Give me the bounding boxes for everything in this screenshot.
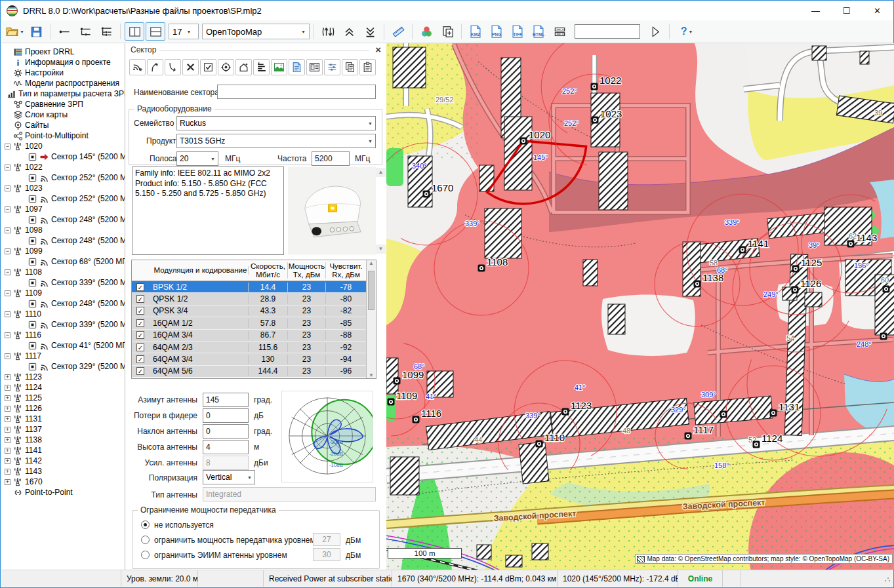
export-kmz-button[interactable]: KMZ (466, 22, 485, 41)
export-png-button[interactable]: PNG (487, 22, 506, 41)
sidebar-item-project[interactable]: Проект DRRL (1, 47, 125, 57)
export-up-button[interactable] (339, 22, 359, 41)
sidebar-site-1020[interactable]: −1020 (1, 141, 125, 151)
sidebar-site-1097[interactable]: −1097 (1, 204, 125, 214)
rotate-right-button[interactable] (165, 59, 181, 75)
table-row[interactable]: ✓QPSK 1/228.923-80 (132, 293, 366, 305)
sidebar-site-1138[interactable]: +1138 (1, 435, 125, 445)
collapse-toggle[interactable]: − (5, 311, 10, 317)
panel-close-icon[interactable]: × (375, 44, 381, 55)
open-project-button[interactable]: ▼ (5, 22, 25, 41)
sidebar-site-1126[interactable]: +1126 (1, 403, 125, 414)
paste-button[interactable] (359, 59, 376, 75)
sidebar-site-1098[interactable]: −1098 (1, 225, 125, 235)
collapse-toggle[interactable]: − (5, 332, 10, 338)
delete-button[interactable] (182, 59, 199, 75)
maximize-button[interactable]: ☐ (831, 1, 862, 20)
scroll-down-icon[interactable]: ▼ (376, 245, 386, 254)
zoom-level-select[interactable]: 17▼ (169, 24, 199, 39)
export-tiff-button[interactable]: TIFF (508, 22, 527, 41)
table-row[interactable]: ✓64QAM 2/3115.623-92 (132, 342, 366, 353)
layout-horizontal-button[interactable] (146, 22, 165, 41)
collapse-toggle[interactable]: − (5, 165, 10, 170)
rotate-left-button[interactable] (147, 59, 163, 75)
row-checkbox[interactable]: ✓ (136, 355, 144, 363)
sidebar-item-pin[interactable]: Сайты (1, 120, 125, 130)
table-row[interactable]: ✓16QAM 3/486.723-88 (132, 330, 366, 342)
swap-panels-button[interactable] (318, 22, 338, 41)
antenna-field-input[interactable] (203, 424, 249, 439)
map-provider-select[interactable]: OpenTopoMap▼ (202, 24, 310, 39)
sidebar-sector-1023[interactable]: Сектор 252° (5200 МГц) (1, 193, 125, 204)
sidebar-site-1108[interactable]: −1108 (1, 267, 125, 277)
sidebar-site-1023[interactable]: −1023 (1, 183, 125, 193)
map-canvas[interactable]: 29/525862605448445239145°252°252°340°339… (386, 43, 894, 570)
collapse-toggle[interactable]: − (5, 248, 10, 254)
family-select[interactable]: Ruckus▼ (176, 116, 376, 130)
ruler-button[interactable] (388, 22, 408, 41)
expand-toggle[interactable]: + (5, 448, 10, 454)
sidebar-site-1142[interactable]: +1142 (1, 456, 125, 466)
sidebar-sector-1109[interactable]: Сектор 248° (5200 МГц) (1, 298, 125, 309)
row-checkbox[interactable]: ✓ (136, 331, 144, 339)
table-row[interactable]: ✓16QAM 1/257.823-85 (132, 317, 366, 329)
sidebar-item-info[interactable]: Информация о проекте (1, 57, 125, 68)
row-checkbox[interactable]: ✓ (136, 307, 144, 315)
sidebar-sector-1098[interactable]: Сектор 248° (5200 МГц) (1, 235, 125, 246)
project-tree[interactable]: Проект DRRLИнформация о проектеНастройки… (1, 43, 125, 570)
sidebar-sector-1116[interactable]: Сектор 41° (5200 МГц) (1, 340, 125, 351)
expand-toggle[interactable]: + (5, 437, 10, 443)
report-button[interactable] (289, 59, 305, 75)
modulation-table[interactable]: Модуляция и кодированиеСкорость,Мбит/сМо… (131, 260, 376, 379)
sidebar-item-wave[interactable]: Модели распространения (1, 78, 125, 88)
target-button[interactable] (218, 59, 234, 75)
sidebar-item-point-to-point[interactable]: Point-to-Point (1, 487, 125, 498)
power-option-radio[interactable] (141, 536, 150, 544)
table-scrollbar[interactable]: ▲▼ (366, 260, 376, 378)
polarization-select[interactable]: Vertical▼ (203, 470, 255, 484)
search-input[interactable] (575, 24, 640, 39)
sidebar-site-1137[interactable]: +1137 (1, 424, 125, 435)
sidebar-sector-1097[interactable]: Сектор 248° (5200 МГц) (1, 214, 125, 225)
collapse-toggle[interactable]: − (5, 353, 10, 359)
summary-button[interactable] (306, 59, 323, 75)
tree-partial-button[interactable] (75, 22, 95, 41)
row-checkbox[interactable]: ✓ (136, 319, 144, 327)
collapse-toggle[interactable]: − (5, 144, 10, 149)
expand-toggle[interactable]: + (5, 427, 10, 433)
row-checkbox[interactable]: ✓ (136, 343, 144, 351)
add-frame-button[interactable] (437, 22, 457, 41)
copy-button[interactable] (342, 59, 358, 75)
color-scheme-button[interactable] (417, 22, 436, 41)
sector-name-input[interactable] (217, 85, 376, 99)
layout-vertical-button[interactable] (125, 22, 144, 41)
sidebar-site-1110[interactable]: −1110 (1, 309, 125, 319)
band-select[interactable]: 20▼ (176, 151, 218, 166)
sidebar-sector-1108[interactable]: Сектор 339° (5200 МГц) (1, 277, 125, 288)
collapse-toggle[interactable]: − (5, 227, 10, 233)
table-row[interactable]: ✓64QAM 5/6144.423-96 (132, 366, 366, 378)
sidebar-site-1022[interactable]: −1022 (1, 162, 125, 172)
tree-collapse-button[interactable] (54, 22, 74, 41)
freq-input[interactable] (312, 151, 350, 166)
add-sector-button[interactable] (129, 59, 146, 75)
expand-toggle[interactable]: + (5, 374, 10, 380)
import-down-button[interactable] (360, 22, 380, 41)
resize-grip[interactable] (884, 575, 891, 583)
help-button[interactable]: ?▼ (674, 22, 700, 41)
scroll-up-icon[interactable]: ▲ (367, 260, 376, 266)
row-checkbox[interactable]: ✓ (136, 295, 144, 303)
sidebar-site-1109[interactable]: −1109 (1, 288, 125, 298)
table-row[interactable]: ✓BPSK 1/214.423-78 (132, 281, 366, 293)
coverage-button[interactable] (271, 59, 287, 75)
collapse-toggle[interactable]: − (5, 290, 10, 296)
sidebar-item-gear[interactable]: Настройки (1, 68, 125, 78)
sidebar-site-1117[interactable]: −1117 (1, 351, 125, 361)
collapse-toggle[interactable]: − (5, 186, 10, 191)
close-button[interactable]: ✕ (862, 1, 893, 20)
sidebar-sector-1020[interactable]: Сектор 145° (5200 МГц) (1, 151, 125, 162)
sidebar-item-multipoint[interactable]: Point-to-Multipoint (1, 130, 125, 141)
sidebar-item-chart[interactable]: Тип и параметры расчета ЗРП (1, 88, 125, 99)
run-button[interactable] (645, 22, 665, 41)
expand-toggle[interactable]: + (5, 416, 10, 422)
